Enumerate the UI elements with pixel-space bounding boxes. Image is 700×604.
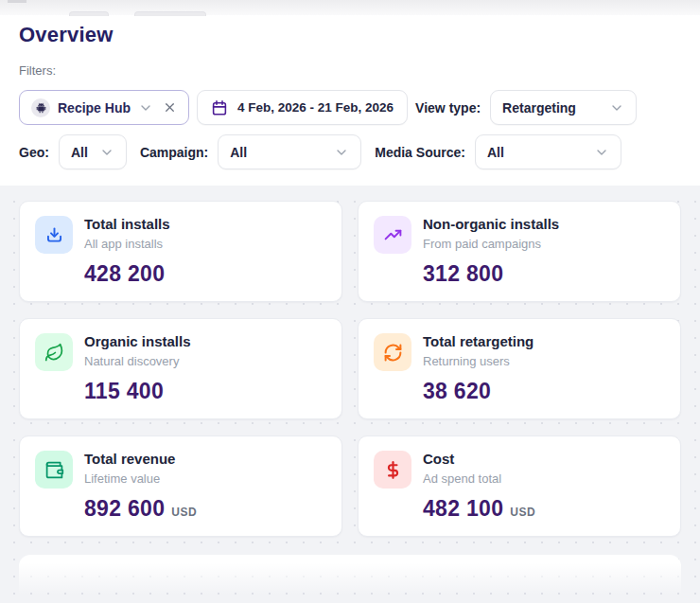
metric-subtitle: Natural discovery — [84, 354, 191, 368]
tab-fragment — [69, 11, 109, 16]
metric-unit: USD — [510, 506, 535, 519]
campaign-select[interactable]: All — [218, 134, 361, 169]
date-range-picker[interactable]: 4 Feb, 2026 - 21 Feb, 2026 — [197, 90, 408, 125]
refresh-icon — [374, 333, 411, 371]
geo-filter: Geo: All — [19, 134, 127, 169]
leaf-icon — [35, 333, 73, 371]
view-type-filter: View type: Retargeting — [415, 90, 637, 125]
metric-value: 38 620 — [423, 379, 491, 404]
metric-value: 428 200 — [84, 261, 165, 287]
metric-subtitle: Ad spend total — [423, 471, 501, 486]
android-icon — [31, 98, 50, 117]
chevron-down-icon — [594, 145, 609, 160]
filter-row-primary: Recipe Hub 4 Feb, 2026 - 21 Feb, 2026 Vi… — [19, 90, 681, 125]
metric-card: Total revenue Lifetime value 892 600 USD — [19, 435, 342, 537]
metric-subtitle: Returning users — [423, 354, 534, 368]
media-source-select[interactable]: All — [475, 134, 621, 169]
header-section: Overview Filters: Recipe Hub — [0, 15, 700, 169]
metric-card: Total installs All app installs 428 200 — [19, 201, 342, 302]
metric-title: Organic installs — [84, 333, 191, 351]
wallet-icon — [35, 451, 73, 489]
metric-value: 482 100 — [423, 496, 503, 522]
chevron-down-icon[interactable] — [138, 100, 153, 115]
app-filter-value: Recipe Hub — [58, 100, 131, 115]
close-icon[interactable] — [163, 100, 177, 115]
metrics-grid: Total installs All app installs 428 200 … — [19, 201, 681, 537]
metric-title: Total installs — [84, 216, 170, 234]
filters-label: Filters: — [19, 63, 681, 78]
chevron-down-icon — [334, 145, 349, 160]
view-type-label: View type: — [415, 100, 481, 115]
geo-select[interactable]: All — [59, 134, 127, 169]
metric-subtitle: Lifetime value — [84, 471, 175, 486]
metrics-panel: Total installs All app installs 428 200 … — [0, 186, 700, 603]
chevron-down-icon — [609, 100, 624, 115]
metric-subtitle: All app installs — [84, 237, 170, 251]
campaign-filter: Campaign: All — [140, 134, 361, 169]
metric-title: Total retargeting — [423, 333, 534, 351]
top-edge-strip — [0, 0, 700, 15]
metric-title: Non-organic installs — [423, 216, 559, 234]
dollar-icon — [374, 451, 411, 489]
metric-card: Non-organic installs From paid campaigns… — [358, 201, 681, 302]
metric-value: 312 800 — [423, 261, 503, 287]
tab-fragment — [134, 11, 206, 16]
calendar-icon — [211, 99, 228, 116]
filter-row-secondary: Geo: All Campaign: All Media Source: All — [19, 134, 681, 169]
metric-card: Total retargeting Returning users 38 620 — [358, 318, 681, 419]
trending-up-icon — [374, 216, 411, 254]
geo-label: Geo: — [19, 145, 49, 160]
metric-title: Total revenue — [84, 451, 175, 469]
metric-value: 115 400 — [84, 379, 164, 404]
app-filter-chip[interactable]: Recipe Hub — [19, 90, 189, 125]
date-range-value: 4 Feb, 2026 - 21 Feb, 2026 — [237, 100, 394, 115]
metric-card: Organic installs Natural discovery 115 4… — [19, 318, 342, 419]
metric-value: 892 600 — [84, 496, 165, 522]
metric-title: Cost — [423, 451, 501, 469]
view-type-select[interactable]: Retargeting — [490, 90, 637, 125]
metric-subtitle: From paid campaigns — [423, 237, 559, 251]
media-source-filter: Media Source: All — [375, 134, 621, 169]
metric-card: Cost Ad spend total 482 100 USD — [358, 435, 681, 537]
media-source-label: Media Source: — [375, 145, 465, 160]
download-icon — [35, 216, 73, 254]
window-corner-fragment — [8, 0, 26, 3]
campaign-label: Campaign: — [140, 145, 208, 160]
page-title: Overview — [19, 23, 681, 47]
chevron-down-icon — [99, 145, 114, 160]
metric-unit: USD — [171, 506, 197, 519]
next-section-card-edge — [19, 555, 681, 603]
